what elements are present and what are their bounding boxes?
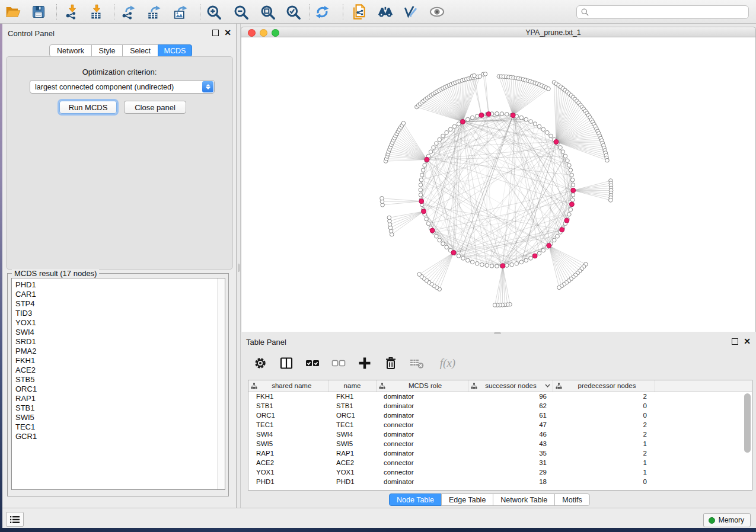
table-scrollbar-thumb[interactable]: [744, 393, 751, 453]
float-panel-icon[interactable]: [212, 30, 219, 36]
tab-node-table[interactable]: Node Table: [389, 493, 442, 506]
network-window-titlebar[interactable]: YPA_prune.txt_1: [241, 27, 756, 37]
table-cell[interactable]: 0: [553, 401, 655, 411]
mcds-result-node[interactable]: STB5: [15, 375, 225, 384]
table-cell[interactable]: dominator: [376, 392, 468, 401]
table-cell[interactable]: 61: [468, 411, 553, 420]
table-cell[interactable]: PHD1: [328, 477, 376, 486]
mcds-result-node[interactable]: SRD1: [15, 337, 225, 347]
float-panel-icon[interactable]: [732, 338, 738, 345]
table-cell[interactable]: connector: [376, 439, 468, 448]
run-mcds-button[interactable]: Run MCDS: [59, 101, 117, 114]
table-cell[interactable]: SWI5: [248, 439, 328, 448]
export-network-icon[interactable]: [120, 4, 137, 20]
table-cell[interactable]: ORC1: [328, 411, 376, 420]
task-history-button[interactable]: [6, 512, 24, 527]
table-cell[interactable]: connector: [376, 458, 468, 467]
table-row[interactable]: SWI4SWI4dominator462: [248, 430, 752, 439]
save-session-icon[interactable]: [30, 4, 47, 20]
annotation-pen-icon[interactable]: [402, 4, 419, 20]
deselect-all-columns-icon[interactable]: [331, 355, 346, 371]
table-row[interactable]: PHD1PHD1dominator180: [248, 477, 752, 486]
table-cell[interactable]: SWI4: [328, 430, 376, 439]
tab-edge-table[interactable]: Edge Table: [441, 493, 493, 506]
table-cell[interactable]: 1: [553, 458, 655, 467]
table-cell[interactable]: ACE2: [328, 458, 376, 467]
column-header-successor-nodes[interactable]: successor nodes: [468, 380, 553, 392]
mcds-result-node[interactable]: CAR1: [15, 290, 225, 299]
splitter-grip[interactable]: [494, 332, 501, 334]
table-cell[interactable]: SWI4: [248, 430, 328, 439]
open-file-icon[interactable]: [5, 4, 21, 20]
zoom-selected-icon[interactable]: [285, 4, 301, 20]
vertical-splitter[interactable]: [237, 24, 241, 508]
table-cell[interactable]: 35: [468, 448, 553, 458]
import-network-icon[interactable]: [64, 4, 81, 20]
close-panel-icon[interactable]: ✕: [224, 30, 231, 36]
mcds-list-scrollbar[interactable]: [217, 278, 225, 489]
search-input[interactable]: [576, 5, 749, 19]
table-cell[interactable]: connector: [376, 467, 468, 477]
table-cell[interactable]: 0: [553, 477, 655, 486]
table-row[interactable]: SWI5SWI5connector431: [248, 439, 752, 448]
mcds-result-node[interactable]: GCR1: [15, 432, 225, 441]
table-cell[interactable]: FKH1: [248, 392, 328, 401]
table-cell[interactable]: dominator: [376, 448, 468, 458]
mcds-result-node[interactable]: STP4: [15, 299, 225, 309]
mcds-result-node[interactable]: TID3: [15, 309, 225, 318]
mcds-result-node[interactable]: SWI4: [15, 328, 225, 337]
search-network-icon[interactable]: [377, 4, 394, 20]
import-table-icon[interactable]: [88, 4, 105, 20]
tab-network-table[interactable]: Network Table: [493, 493, 555, 506]
table-cell[interactable]: 46: [468, 430, 553, 439]
mcds-result-node[interactable]: RAP1: [15, 394, 225, 403]
table-cell[interactable]: RAP1: [248, 448, 328, 458]
table-cell[interactable]: dominator: [376, 430, 468, 439]
table-cell[interactable]: ORC1: [248, 411, 328, 420]
export-image-icon[interactable]: [173, 4, 189, 20]
table-cell[interactable]: 2: [553, 392, 655, 401]
show-graphics-details-icon[interactable]: [429, 4, 445, 20]
table-cell[interactable]: 96: [468, 392, 553, 401]
mcds-result-node[interactable]: TEC1: [15, 422, 225, 432]
maximize-window-icon[interactable]: [272, 29, 279, 37]
mcds-result-node[interactable]: YOX1: [15, 318, 225, 328]
zoom-in-icon[interactable]: [205, 4, 222, 20]
table-cell[interactable]: SWI5: [328, 439, 376, 448]
tab-mcds[interactable]: MCDS: [158, 44, 192, 57]
column-header-name[interactable]: name: [328, 380, 376, 392]
table-cell[interactable]: 0: [553, 411, 655, 420]
table-row[interactable]: YOX1YOX1connector291: [248, 467, 752, 477]
delete-column-icon[interactable]: [383, 355, 398, 371]
table-cell[interactable]: 1: [553, 467, 655, 477]
table-cell[interactable]: RAP1: [328, 448, 376, 458]
table-cell[interactable]: 62: [468, 401, 553, 411]
table-cell[interactable]: 29: [468, 467, 553, 477]
network-view[interactable]: [241, 37, 756, 332]
memory-button[interactable]: Memory: [703, 513, 751, 527]
table-cell[interactable]: 31: [468, 458, 553, 467]
table-cell[interactable]: dominator: [376, 401, 468, 411]
zoom-fit-content-icon[interactable]: [259, 4, 276, 20]
table-settings-icon[interactable]: [253, 355, 268, 371]
mcds-result-node[interactable]: FKH1: [15, 356, 225, 366]
export-table-icon[interactable]: [146, 4, 162, 20]
table-cell[interactable]: 2: [553, 420, 655, 430]
table-cell[interactable]: PHD1: [248, 477, 328, 486]
tab-select[interactable]: Select: [122, 44, 158, 57]
table-cell[interactable]: YOX1: [328, 467, 376, 477]
mcds-result-node[interactable]: ORC1: [15, 384, 225, 394]
table-row[interactable]: RAP1RAP1dominator352: [248, 448, 752, 458]
table-cell[interactable]: ACE2: [248, 458, 328, 467]
table-cell[interactable]: connector: [376, 420, 468, 430]
tab-network[interactable]: Network: [49, 44, 92, 57]
table-row[interactable]: ORC1ORC1dominator610: [248, 411, 752, 420]
select-all-columns-icon[interactable]: [305, 355, 320, 371]
table-cell[interactable]: 2: [553, 430, 655, 439]
minimize-window-icon[interactable]: [260, 29, 267, 37]
table-cell[interactable]: TEC1: [328, 420, 376, 430]
column-header-predecessor-nodes[interactable]: predecessor nodes: [553, 380, 655, 392]
close-window-icon[interactable]: [248, 29, 256, 37]
zoom-out-icon[interactable]: [232, 4, 249, 20]
table-cell[interactable]: 47: [468, 420, 553, 430]
